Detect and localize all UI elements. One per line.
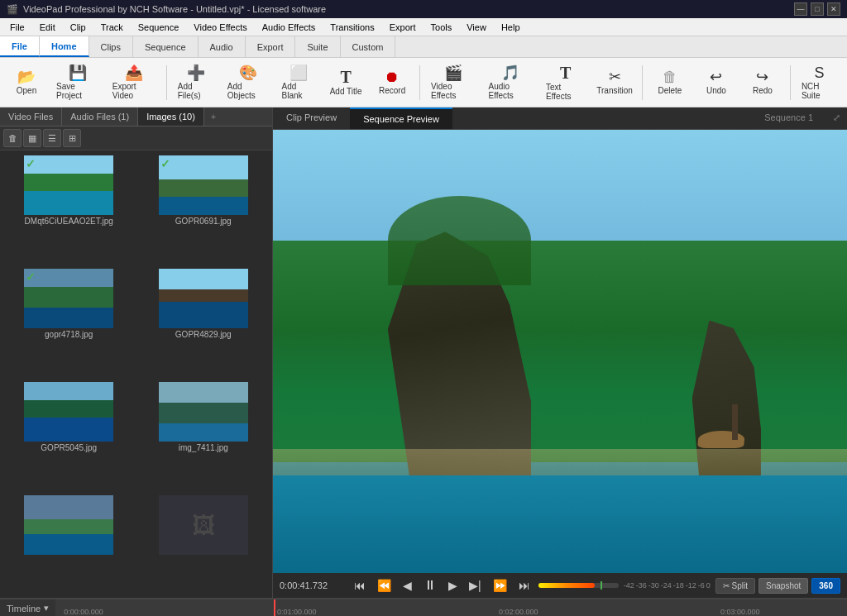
tab-audio[interactable]: Audio [199,36,246,57]
menu-view[interactable]: View [460,21,493,34]
export-label: Export Video [112,82,156,100]
transition-button[interactable]: ✂ Transition [593,61,636,104]
timeline-dropdown-icon: ▾ [44,603,49,614]
list-item[interactable]: GOPR5045.jpg [3,380,135,490]
play-button[interactable]: ▶ [445,577,461,594]
video-effects-label: Video Effects [431,82,475,100]
title-bar: 🎬 VideoPad Professional by NCH Software … [0,0,847,18]
add-files-label: Add File(s) [178,82,214,100]
text-effects-icon: T [560,64,571,81]
preview-controls: 0:00:41.732 ⏮ ⏪ ◀ ⏸ ▶ ▶| ⏩ ⏭ -42-36-30-2… [273,573,847,598]
volume-marker [601,581,602,590]
volume-bar[interactable] [538,583,619,588]
file-tab-audio[interactable]: Audio Files (1) [62,107,138,126]
video-effects-icon: 🎬 [444,65,462,80]
tab-file[interactable]: File [0,36,40,57]
timeline-ruler: 0:00:00.000 0:01:00.000 0:02:00.000 0:03… [55,599,847,617]
open-button[interactable]: 📂 Open [5,61,48,104]
list-item[interactable] [3,494,135,595]
step-fwd-button[interactable]: ▶| [466,577,485,594]
nch-suite-button[interactable]: S NCH Suite [797,61,842,104]
expand-preview-button[interactable]: ⤢ [826,107,847,129]
record-button[interactable]: ⏺ Record [371,61,414,104]
text-effects-button[interactable]: T Text Effects [541,61,590,104]
menu-export[interactable]: Export [383,21,423,34]
add-blank-button[interactable]: ⬜ Add Blank [277,61,322,104]
open-label: Open [17,86,36,95]
tab-sequence-preview[interactable]: Sequence Preview [350,107,452,129]
list-item[interactable]: img_7411.jpg [138,380,270,490]
add-objects-button[interactable]: 🎨 Add Objects [223,61,274,104]
preview-video [273,130,847,573]
list-item[interactable]: 🖼 [138,494,270,595]
tab-suite[interactable]: Suite [295,36,340,57]
record-label: Record [379,86,405,95]
rewind-button[interactable]: ⏮ [351,577,369,594]
app-title: VideoPad Professional by NCH Software - … [23,4,326,14]
maximize-button[interactable]: □ [811,2,824,16]
expand-view-button[interactable]: ⊞ [63,129,81,147]
transition-icon: ✂ [609,69,621,84]
split-button[interactable]: ✂ Split [715,578,755,594]
add-tab-button[interactable]: + [204,107,223,126]
timeline-label[interactable]: Timeline ▾ [0,603,55,614]
grid-view-button[interactable]: ▦ [23,129,41,147]
add-title-label: Add Title [330,87,362,96]
file-name-4: GOPR4829.jpg [175,330,232,339]
delete-file-button[interactable]: 🗑 [3,129,22,147]
360-button[interactable]: 360 [811,578,840,594]
menu-help[interactable]: Help [495,21,527,34]
list-item[interactable]: ✓ GOPR0691.jpg [138,154,270,264]
menu-edit[interactable]: Edit [33,21,62,34]
menu-sequence[interactable]: Sequence [132,21,186,34]
audio-effects-button[interactable]: 🎵 Audio Effects [483,61,538,104]
tab-custom[interactable]: Custom [341,36,396,57]
menu-track[interactable]: Track [94,21,130,34]
ruler-mark-3: 0:03:00.000 [720,608,760,616]
file-name-2: GOPR0691.jpg [175,217,232,226]
menu-video-effects[interactable]: Video Effects [187,21,253,34]
next-frame-button[interactable]: ⏩ [490,577,510,594]
menu-bar: File Edit Clip Track Sequence Video Effe… [0,18,847,36]
minimize-button[interactable]: — [794,2,807,16]
tab-clip-preview[interactable]: Clip Preview [273,107,350,129]
prev-frame-button[interactable]: ⏪ [374,577,395,594]
menu-file[interactable]: File [3,21,31,34]
export-video-button[interactable]: 📤 Export Video [108,61,160,104]
menu-clip[interactable]: Clip [64,21,93,34]
save-project-button[interactable]: 💾 Save Project [51,61,104,104]
file-name-5: GOPR5045.jpg [41,443,97,452]
close-button[interactable]: ✕ [827,2,840,16]
fast-fwd-button[interactable]: ⏭ [515,577,534,594]
volume-fill [538,583,595,588]
export-icon: 📤 [125,65,143,80]
list-item[interactable]: GOPR4829.jpg [138,267,270,377]
audio-effects-label: Audio Effects [488,82,533,100]
video-effects-button[interactable]: 🎬 Video Effects [426,61,480,104]
menu-audio-effects[interactable]: Audio Effects [256,21,323,34]
file-tab-images[interactable]: Images (10) [138,107,204,126]
snapshot-button[interactable]: Snapshot [758,578,808,594]
redo-button[interactable]: ↪ Redo [741,61,784,104]
menu-tools[interactable]: Tools [424,21,459,34]
tab-home[interactable]: Home [40,36,89,57]
app-icon: 🎬 [7,4,18,15]
delete-label: Delete [658,86,682,95]
tab-export[interactable]: Export [246,36,296,57]
pause-button[interactable]: ⏸ [420,576,440,595]
nch-suite-label: NCH Suite [802,82,837,100]
undo-button[interactable]: ↩ Undo [695,61,738,104]
tab-sequence[interactable]: Sequence [133,36,199,57]
tab-clips[interactable]: Clips [89,36,133,57]
file-toolbar: 🗑 ▦ ☰ ⊞ [0,127,272,150]
step-back-button[interactable]: ◀ [400,577,415,594]
menu-transitions[interactable]: Transitions [323,21,380,34]
list-item[interactable]: ✓ gopr4718.jpg [3,267,135,377]
add-files-button[interactable]: ➕ Add File(s) [173,61,219,104]
add-title-icon: T [340,69,351,85]
file-tab-video[interactable]: Video Files [0,107,62,126]
add-title-button[interactable]: T Add Title [324,61,367,104]
list-item[interactable]: ✓ DMqt6CiUEAAO2ET.jpg [3,154,135,264]
delete-button[interactable]: 🗑 Delete [648,61,691,104]
list-view-button[interactable]: ☰ [43,129,61,147]
